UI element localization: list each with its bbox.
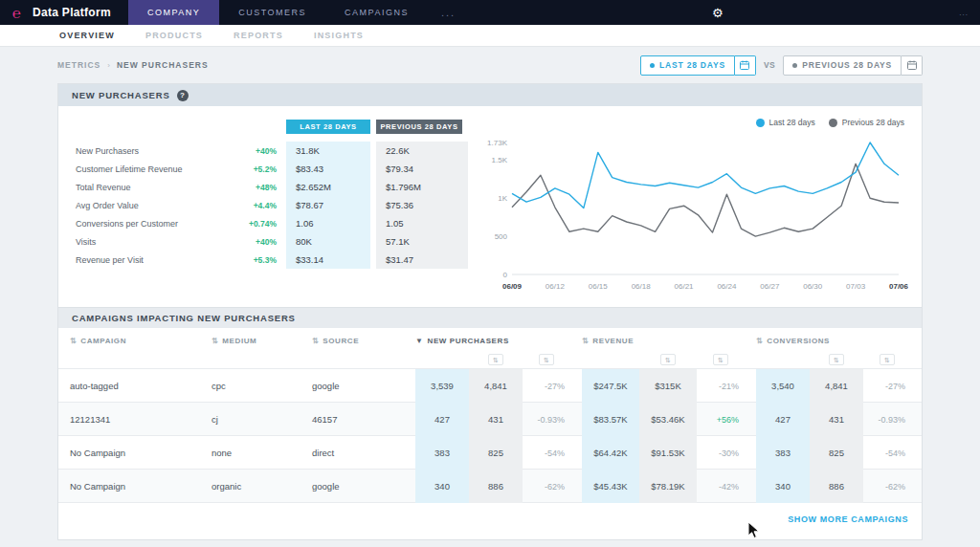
cell-np-change: -62% bbox=[523, 482, 570, 492]
legend-last-28-days[interactable]: Last 28 days bbox=[756, 118, 815, 127]
table-row[interactable]: No Campaign organic google 340 886 -62% … bbox=[58, 469, 922, 502]
metric-row: Customer Lifetime Revenue +5.2% $83.43 $… bbox=[76, 160, 468, 178]
cell-np-current: 383 bbox=[415, 436, 469, 470]
svg-text:1.5K: 1.5K bbox=[492, 156, 508, 164]
cell-conversions-current: 3,540 bbox=[756, 369, 810, 403]
tab-reports[interactable]: REPORTS bbox=[218, 31, 299, 40]
cell-source: direct bbox=[312, 448, 406, 458]
metric-current-value: 80K bbox=[286, 232, 370, 251]
trend-chart: Last 28 days Previous 28 days 05001K1.5K… bbox=[468, 120, 908, 297]
column-label: CONVERSIONS bbox=[767, 337, 830, 345]
cell-revenue-current: $247.5K bbox=[582, 369, 639, 403]
legend-previous-28-days[interactable]: Previous 28 days bbox=[829, 118, 904, 127]
column-label: REVENUE bbox=[592, 337, 634, 345]
svg-text:07/06: 07/06 bbox=[889, 282, 908, 291]
cell-campaign: auto-tagged bbox=[70, 381, 212, 391]
cell-medium: cpc bbox=[212, 381, 312, 391]
svg-text:06/21: 06/21 bbox=[675, 282, 695, 291]
app-title: Data Platform bbox=[33, 0, 128, 25]
cell-np-current: 340 bbox=[415, 470, 469, 503]
sort-revenue-change-icon[interactable]: ⇅ bbox=[713, 354, 728, 365]
cell-np-change: -54% bbox=[523, 449, 570, 458]
cell-revenue-previous: $315K bbox=[639, 369, 697, 403]
breadcrumb-row: METRICS › NEW PURCHASERS LAST 28 DAYS VS… bbox=[0, 47, 980, 83]
column-header-campaign[interactable]: ⇅ CAMPAIGN bbox=[70, 337, 212, 345]
table-row[interactable]: No Campaign none direct 383 825 -54% $64… bbox=[58, 435, 922, 469]
cell-source: google bbox=[312, 481, 406, 492]
table-row[interactable]: 12121341 cj 46157 427 431 -0.93% $83.57K… bbox=[58, 402, 922, 435]
breadcrumb-metrics[interactable]: METRICS bbox=[57, 60, 100, 70]
cell-np-previous: 886 bbox=[469, 470, 523, 503]
sort-revenue-previous-icon[interactable]: ⇅ bbox=[660, 354, 676, 365]
cell-conversions-previous: 431 bbox=[810, 403, 863, 436]
cell-np-previous: 825 bbox=[469, 436, 523, 470]
topbar-menu-dots-icon[interactable]: ... bbox=[959, 0, 969, 25]
sort-conversions-previous-icon[interactable]: ⇅ bbox=[829, 354, 844, 365]
metric-label: New Purchasers bbox=[76, 146, 236, 156]
cell-conversions-change: -54% bbox=[863, 449, 911, 458]
nav-tab-campaigns[interactable]: Campaigns bbox=[325, 0, 428, 25]
metric-label: Avg Order Value bbox=[76, 201, 236, 210]
cell-campaign: 12121341 bbox=[70, 414, 212, 425]
metrics-panel: LAST 28 DAYS PREVIOUS 28 DAYS New Purcha… bbox=[58, 106, 922, 307]
metric-label: Total Revenue bbox=[76, 183, 236, 192]
subnav: OVERVIEW PRODUCTS REPORTS INSIGHTS bbox=[0, 25, 980, 47]
settings-gear-icon[interactable]: ⚙ bbox=[712, 0, 724, 25]
table-row[interactable]: auto-tagged cpc google 3,539 4,841 -27% … bbox=[58, 368, 922, 402]
cell-conversions-current: 383 bbox=[756, 436, 810, 470]
column-header-medium[interactable]: ⇅ MEDIUM bbox=[212, 337, 312, 345]
breadcrumb-current: NEW PURCHASERS bbox=[117, 60, 209, 70]
cell-medium: none bbox=[212, 448, 312, 458]
sort-np-change-icon[interactable]: ⇅ bbox=[539, 354, 554, 365]
svg-text:06/18: 06/18 bbox=[632, 282, 652, 291]
svg-text:06/12: 06/12 bbox=[546, 282, 566, 291]
metric-row: Conversions per Customer +0.74% 1.06 1.0… bbox=[76, 214, 468, 232]
column-label: NEW PURCHASERS bbox=[428, 337, 509, 345]
legend-label: Last 28 days bbox=[769, 118, 815, 127]
metric-previous-value: 1.05 bbox=[376, 214, 468, 232]
metric-change: +40% bbox=[236, 146, 286, 156]
metric-label: Customer Lifetime Revenue bbox=[76, 164, 236, 174]
tab-products[interactable]: PRODUCTS bbox=[130, 31, 218, 40]
metric-row: Revenue per Visit +5.3% $33.14 $31.47 bbox=[76, 251, 468, 269]
svg-text:06/24: 06/24 bbox=[717, 282, 737, 291]
sort-icon: ⇅ bbox=[582, 337, 589, 345]
last-28-days-button[interactable]: LAST 28 DAYS bbox=[640, 55, 735, 76]
column-label: MEDIUM bbox=[222, 337, 256, 345]
metric-previous-value: $31.47 bbox=[376, 251, 468, 269]
tab-insights[interactable]: INSIGHTS bbox=[299, 31, 379, 40]
card-header: NEW PURCHASERS ? bbox=[58, 84, 922, 106]
table-footer: SHOW MORE CAMPAIGNS bbox=[58, 502, 922, 539]
cell-source: 46157 bbox=[312, 414, 406, 425]
metric-current-value: $33.14 bbox=[286, 251, 370, 269]
chart-legend: Last 28 days Previous 28 days bbox=[743, 118, 904, 127]
help-icon[interactable]: ? bbox=[177, 90, 189, 101]
metric-row: Visits +40% 80K 57.1K bbox=[76, 232, 468, 251]
show-more-campaigns-link[interactable]: SHOW MORE CAMPAIGNS bbox=[788, 514, 908, 524]
previous-28-days-calendar-icon[interactable] bbox=[902, 55, 923, 76]
cell-revenue-change: -30% bbox=[697, 449, 745, 458]
nav-tab-company[interactable]: Company bbox=[128, 0, 219, 25]
metric-current-value: 31.8K bbox=[286, 142, 370, 160]
metric-current-value: $2.652M bbox=[286, 178, 370, 196]
cell-revenue-change: -21% bbox=[697, 382, 745, 391]
tab-overview[interactable]: OVERVIEW bbox=[44, 31, 130, 40]
previous-28-days-button[interactable]: PREVIOUS 28 DAYS bbox=[783, 55, 902, 76]
last-28-days-calendar-icon[interactable] bbox=[735, 55, 756, 76]
column-header-new-purchasers[interactable]: ▼ NEW PURCHASERS bbox=[415, 337, 570, 345]
svg-text:06/27: 06/27 bbox=[760, 282, 780, 291]
nav-tab-customers[interactable]: Customers bbox=[219, 0, 325, 25]
app-logo-icon[interactable]: ℮ bbox=[0, 0, 33, 25]
line-chart[interactable]: 05001K1.5K1.73K06/0906/1206/1506/1806/21… bbox=[479, 133, 908, 294]
column-label: SOURCE bbox=[323, 337, 359, 345]
column-header-revenue[interactable]: ⇅ REVENUE bbox=[582, 337, 745, 345]
column-header-conversions[interactable]: ⇅ CONVERSIONS bbox=[756, 337, 911, 345]
sort-icon: ⇅ bbox=[312, 337, 319, 345]
sort-icon: ⇅ bbox=[756, 337, 763, 345]
sort-np-previous-icon[interactable]: ⇅ bbox=[488, 354, 503, 365]
campaigns-section-title: CAMPAIGNS IMPACTING NEW PURCHASERS bbox=[72, 313, 296, 323]
svg-text:06/15: 06/15 bbox=[589, 282, 609, 291]
nav-overflow-icon[interactable]: ... bbox=[428, 0, 469, 25]
sort-conversions-change-icon[interactable]: ⇅ bbox=[880, 354, 895, 365]
column-header-source[interactable]: ⇅ SOURCE bbox=[312, 337, 406, 345]
